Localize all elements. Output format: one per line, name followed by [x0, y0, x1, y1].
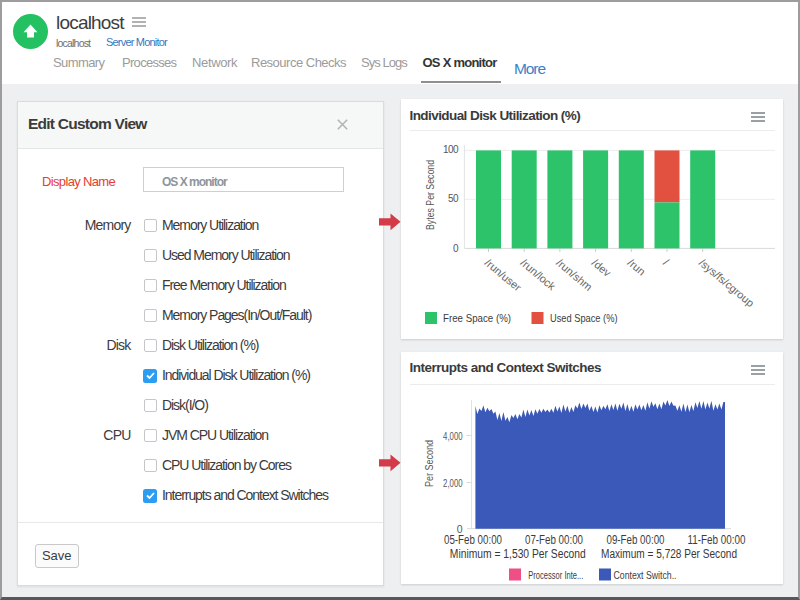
svg-text:Processor Inte...: Processor Inte...: [528, 568, 583, 580]
svg-text:/run/user: /run/user: [483, 256, 524, 293]
svg-text:Maximum = 5,728 Per Second: Maximum = 5,728 Per Second: [601, 546, 737, 560]
svg-text:/run/shm: /run/shm: [554, 256, 594, 293]
svg-text:09-Feb 00:00: 09-Feb 00:00: [607, 533, 665, 547]
svg-text:Context Switch..: Context Switch..: [614, 568, 677, 580]
svg-text:Per Second: Per Second: [423, 439, 435, 486]
svg-text:Bytes Per Second: Bytes Per Second: [425, 160, 436, 230]
svg-text:0: 0: [453, 243, 459, 254]
svg-text:Used Space (%): Used Space (%): [550, 312, 618, 324]
svg-text:11-Feb 00:00: 11-Feb 00:00: [688, 533, 746, 547]
svg-text:2,000: 2,000: [443, 476, 463, 488]
svg-text:/run: /run: [626, 256, 648, 277]
svg-text:05-Feb 00:00: 05-Feb 00:00: [444, 533, 502, 547]
svg-text:Free Space (%): Free Space (%): [443, 312, 511, 324]
svg-text:07-Feb 00:00: 07-Feb 00:00: [525, 533, 583, 547]
svg-text:50: 50: [448, 193, 459, 204]
svg-text:/sys/fs/cgroup: /sys/fs/cgroup: [697, 256, 757, 309]
svg-text:4,000: 4,000: [443, 429, 463, 441]
svg-text:/run/lock: /run/lock: [518, 256, 558, 292]
svg-text:Minimum = 1,530 Per Second: Minimum = 1,530 Per Second: [450, 546, 586, 560]
svg-text:/: /: [661, 256, 672, 268]
svg-text:/dev: /dev: [590, 256, 614, 279]
svg-text:100: 100: [443, 144, 459, 155]
